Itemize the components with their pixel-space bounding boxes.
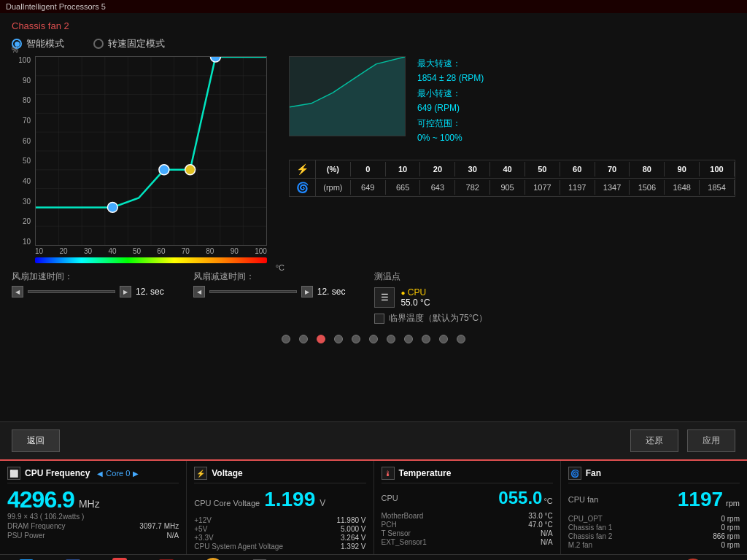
chassis-fan2-row: Chassis fan 2 866 rpm (568, 532, 740, 540)
mb-temp-row: MotherBoard 33.0 °C (382, 512, 553, 520)
decel-slider[interactable] (209, 290, 297, 293)
decel-control: 风扇减速时间： ◀ ▶ 12. sec (193, 271, 346, 298)
dot-3[interactable] (334, 335, 343, 343)
decel-label: 风扇减速时间： (193, 271, 346, 283)
measure-label: 测温点 (374, 271, 487, 283)
temp-icon: 🌡 (382, 467, 395, 480)
voltage-header: ⚡ Voltage (194, 467, 365, 483)
tsensor-row: T Sensor N/A (382, 529, 553, 537)
back-button[interactable]: 返回 (12, 429, 60, 452)
smart-mode-option[interactable]: 智能模式 (12, 37, 64, 50)
measure-temp: 55.0 °C (400, 298, 430, 308)
min-speed-label: 最小转速： (417, 88, 461, 98)
mb-temp-value: 33.0 °C (528, 512, 552, 520)
dot-9[interactable] (439, 335, 448, 343)
apply-button[interactable]: 应用 (687, 429, 735, 452)
accel-decrease-btn[interactable]: ◀ (12, 286, 23, 298)
main-area: Chassis fan 2 智能模式 转速固定模式 % 100 90 80 70… (0, 13, 747, 421)
temp-header: 🌡 Temperature (382, 467, 553, 483)
dot-10[interactable] (457, 335, 465, 343)
tsensor-label: T Sensor (382, 529, 411, 537)
cpu-core-voltage-label: CPU Core Voltage (194, 499, 260, 508)
min-speed-value: 649 (RPM) (417, 103, 460, 113)
dot-2-active[interactable] (317, 335, 325, 343)
cpu-freq-nav: ◀ Core 0 ▶ (97, 469, 139, 478)
action-bar: 返回 还原 应用 (0, 421, 747, 459)
dot-4[interactable] (352, 335, 360, 343)
dram-value: 3097.7 MHz (139, 522, 179, 530)
taskbar-cpuid[interactable]: CPUID ROG (239, 556, 280, 561)
dram-row: DRAM Frequency 3097.7 MHz (7, 522, 179, 530)
temperature-color-bar (35, 257, 267, 263)
cpu-core-voltage-value: 1.199 (264, 488, 315, 511)
dot-6[interactable] (387, 335, 395, 343)
fixed-mode-option[interactable]: 转速固定模式 (93, 37, 165, 50)
chart-section: % 100 90 80 70 60 50 40 30 20 10 (12, 56, 735, 260)
measure-icon[interactable]: ☰ (374, 287, 395, 308)
svg-marker-22 (290, 57, 405, 136)
taskbar-qq[interactable]: QQ (6, 556, 47, 561)
tsensor-value: N/A (541, 529, 553, 537)
measure-source: ● CPU (400, 287, 430, 298)
threshold-label: 临界温度（默认为75°C） (389, 312, 487, 324)
chart-grid[interactable] (35, 56, 267, 246)
cpu-fan-value: 1197 (678, 488, 723, 511)
measure-group: 测温点 ☰ ● CPU 55.0 °C 临界温度（默认为75°C） (374, 271, 487, 324)
vsa-row: CPU System Agent Voltage 1.392 V (194, 542, 365, 551)
y-label-90: 90 (23, 77, 31, 85)
v12-row: +12V 11.980 V (194, 516, 365, 524)
dot-7[interactable] (404, 335, 413, 343)
ext-sensor-value: N/A (541, 538, 553, 546)
taskbar: QQ 3DMark 美图秀秀 Dota 2 向日葵 CPUID ROG 路 lu… (0, 554, 747, 560)
fixed-mode-radio[interactable] (93, 39, 104, 49)
fan-curve-preview (289, 56, 406, 136)
threshold-row: 临界温度（默认为75°C） (374, 312, 487, 324)
taskbar-sunflower[interactable]: 向日葵 (193, 556, 233, 561)
cpu-opt-value: 0 rpm (721, 515, 740, 523)
mode-row: 智能模式 转速固定模式 (12, 37, 735, 50)
cpu-freq-header: ⬜ CPU Frequency ◀ Core 0 ▶ (7, 467, 179, 483)
lightning-icon: ⚡ (290, 160, 316, 178)
core-prev-arrow[interactable]: ◀ (97, 470, 103, 478)
accel-increase-btn[interactable]: ▶ (120, 286, 131, 298)
cpu-core-voltage-row: CPU Core Voltage 1.199 V (194, 488, 365, 511)
decel-value: 12. sec (317, 287, 346, 297)
accel-label: 风扇加速时间： (12, 271, 164, 283)
accel-value: 12. sec (136, 287, 164, 297)
fan-curve-chart[interactable]: % 100 90 80 70 60 50 40 30 20 10 (12, 56, 274, 260)
top-bar: DualIntelligent Processors 5 (0, 0, 747, 13)
x-axis: 10 20 30 40 50 60 70 80 90 100 (35, 247, 267, 255)
cpu-freq-value: 4296.9 (7, 488, 74, 511)
dot-8[interactable] (422, 335, 430, 343)
taskbar-meitu[interactable]: 美图秀秀 (99, 556, 140, 561)
dot-1[interactable] (299, 335, 308, 343)
fan-panel: 🌀 Fan CPU fan 1197 rpm CPU_OPT 0 rpm Cha… (561, 461, 747, 554)
core-next-arrow[interactable]: ▶ (133, 470, 139, 478)
y-label-100: 100 (18, 56, 31, 64)
decel-increase-btn[interactable]: ▶ (301, 286, 313, 298)
accel-slider[interactable] (28, 290, 115, 293)
v33-row: +3.3V 3.264 V (194, 534, 365, 542)
y-label-70: 70 (23, 117, 31, 125)
reset-button[interactable]: 还原 (630, 429, 678, 452)
range-label: 可控范围： (417, 118, 461, 128)
svg-point-18 (107, 202, 117, 212)
cpu-temp-unit: °C (543, 497, 552, 505)
threshold-checkbox[interactable] (374, 314, 384, 324)
decel-decrease-btn[interactable]: ◀ (193, 286, 205, 298)
cpu-opt-row: CPU_OPT 0 rpm (568, 515, 740, 523)
max-speed-label: 最大转速： (417, 58, 461, 69)
fan-header: 🌀 Fan (568, 467, 740, 483)
taskbar-3dmark[interactable]: 3DMark (53, 556, 93, 561)
dot-5[interactable] (369, 335, 378, 343)
app-title: DualIntelligent Processors 5 (6, 2, 106, 11)
dot-0[interactable] (282, 335, 290, 343)
pch-temp-value: 47.0 °C (528, 521, 552, 529)
fan-panel-icon: 🌀 (568, 467, 581, 480)
v5-row: +5V 5.000 V (194, 525, 365, 533)
percent-col-label: (%) (316, 162, 351, 176)
taskbar-dota2[interactable]: Dota 2 (146, 556, 187, 561)
v12-value: 11.980 V (336, 516, 365, 524)
ext-sensor-row: EXT_Sensor1 N/A (382, 538, 553, 546)
chassis-fan2-value: 866 rpm (713, 532, 740, 540)
